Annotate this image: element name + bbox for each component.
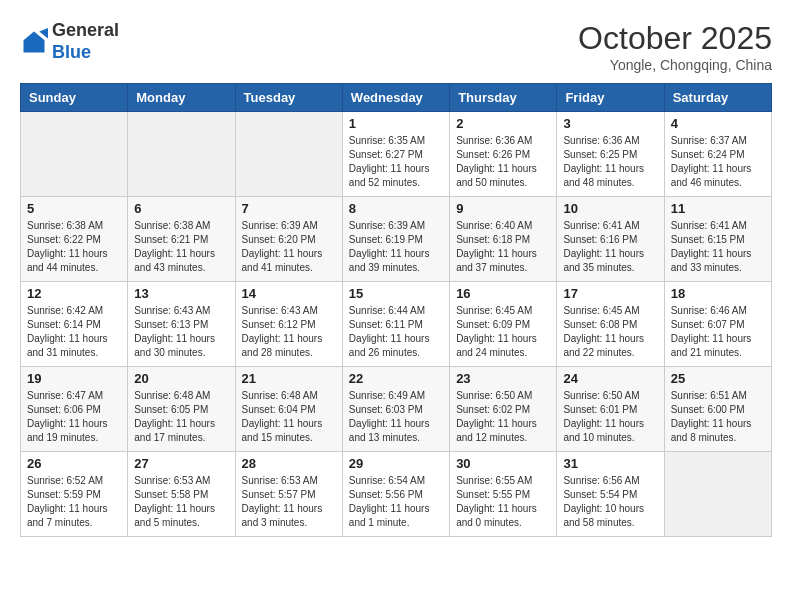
- day-number: 25: [671, 371, 765, 386]
- day-number: 7: [242, 201, 336, 216]
- calendar-cell: [128, 112, 235, 197]
- cell-info: Sunrise: 6:56 AM Sunset: 5:54 PM Dayligh…: [563, 474, 657, 530]
- cell-info: Sunrise: 6:47 AM Sunset: 6:06 PM Dayligh…: [27, 389, 121, 445]
- day-number: 13: [134, 286, 228, 301]
- week-row-2: 5Sunrise: 6:38 AM Sunset: 6:22 PM Daylig…: [21, 197, 772, 282]
- calendar-cell: 2Sunrise: 6:36 AM Sunset: 6:26 PM Daylig…: [450, 112, 557, 197]
- week-row-3: 12Sunrise: 6:42 AM Sunset: 6:14 PM Dayli…: [21, 282, 772, 367]
- day-number: 17: [563, 286, 657, 301]
- day-header-sunday: Sunday: [21, 84, 128, 112]
- calendar-cell: 13Sunrise: 6:43 AM Sunset: 6:13 PM Dayli…: [128, 282, 235, 367]
- calendar-cell: 20Sunrise: 6:48 AM Sunset: 6:05 PM Dayli…: [128, 367, 235, 452]
- logo-icon: [20, 28, 48, 56]
- day-number: 29: [349, 456, 443, 471]
- calendar-cell: 8Sunrise: 6:39 AM Sunset: 6:19 PM Daylig…: [342, 197, 449, 282]
- day-number: 2: [456, 116, 550, 131]
- cell-info: Sunrise: 6:48 AM Sunset: 6:05 PM Dayligh…: [134, 389, 228, 445]
- calendar-cell: 12Sunrise: 6:42 AM Sunset: 6:14 PM Dayli…: [21, 282, 128, 367]
- location: Yongle, Chongqing, China: [578, 57, 772, 73]
- calendar-cell: [664, 452, 771, 537]
- calendar-cell: 6Sunrise: 6:38 AM Sunset: 6:21 PM Daylig…: [128, 197, 235, 282]
- calendar-cell: 3Sunrise: 6:36 AM Sunset: 6:25 PM Daylig…: [557, 112, 664, 197]
- cell-info: Sunrise: 6:46 AM Sunset: 6:07 PM Dayligh…: [671, 304, 765, 360]
- cell-info: Sunrise: 6:43 AM Sunset: 6:13 PM Dayligh…: [134, 304, 228, 360]
- cell-info: Sunrise: 6:48 AM Sunset: 6:04 PM Dayligh…: [242, 389, 336, 445]
- logo-text: General Blue: [52, 20, 119, 63]
- day-number: 12: [27, 286, 121, 301]
- svg-marker-0: [24, 31, 45, 52]
- calendar-cell: 29Sunrise: 6:54 AM Sunset: 5:56 PM Dayli…: [342, 452, 449, 537]
- cell-info: Sunrise: 6:42 AM Sunset: 6:14 PM Dayligh…: [27, 304, 121, 360]
- calendar-cell: 11Sunrise: 6:41 AM Sunset: 6:15 PM Dayli…: [664, 197, 771, 282]
- calendar-cell: 24Sunrise: 6:50 AM Sunset: 6:01 PM Dayli…: [557, 367, 664, 452]
- day-number: 10: [563, 201, 657, 216]
- day-number: 8: [349, 201, 443, 216]
- week-row-4: 19Sunrise: 6:47 AM Sunset: 6:06 PM Dayli…: [21, 367, 772, 452]
- cell-info: Sunrise: 6:45 AM Sunset: 6:08 PM Dayligh…: [563, 304, 657, 360]
- calendar-cell: 19Sunrise: 6:47 AM Sunset: 6:06 PM Dayli…: [21, 367, 128, 452]
- cell-info: Sunrise: 6:50 AM Sunset: 6:02 PM Dayligh…: [456, 389, 550, 445]
- calendar-cell: 23Sunrise: 6:50 AM Sunset: 6:02 PM Dayli…: [450, 367, 557, 452]
- month-title: October 2025: [578, 20, 772, 57]
- day-number: 20: [134, 371, 228, 386]
- day-number: 3: [563, 116, 657, 131]
- logo-general: General: [52, 20, 119, 40]
- day-number: 9: [456, 201, 550, 216]
- cell-info: Sunrise: 6:54 AM Sunset: 5:56 PM Dayligh…: [349, 474, 443, 530]
- cell-info: Sunrise: 6:38 AM Sunset: 6:22 PM Dayligh…: [27, 219, 121, 275]
- calendar-cell: 22Sunrise: 6:49 AM Sunset: 6:03 PM Dayli…: [342, 367, 449, 452]
- calendar-cell: [235, 112, 342, 197]
- calendar-cell: 4Sunrise: 6:37 AM Sunset: 6:24 PM Daylig…: [664, 112, 771, 197]
- calendar-cell: 31Sunrise: 6:56 AM Sunset: 5:54 PM Dayli…: [557, 452, 664, 537]
- cell-info: Sunrise: 6:43 AM Sunset: 6:12 PM Dayligh…: [242, 304, 336, 360]
- day-number: 22: [349, 371, 443, 386]
- week-row-5: 26Sunrise: 6:52 AM Sunset: 5:59 PM Dayli…: [21, 452, 772, 537]
- calendar-cell: 9Sunrise: 6:40 AM Sunset: 6:18 PM Daylig…: [450, 197, 557, 282]
- cell-info: Sunrise: 6:36 AM Sunset: 6:26 PM Dayligh…: [456, 134, 550, 190]
- cell-info: Sunrise: 6:53 AM Sunset: 5:58 PM Dayligh…: [134, 474, 228, 530]
- day-number: 26: [27, 456, 121, 471]
- svg-marker-1: [39, 28, 48, 39]
- calendar-cell: 1Sunrise: 6:35 AM Sunset: 6:27 PM Daylig…: [342, 112, 449, 197]
- day-number: 11: [671, 201, 765, 216]
- calendar-cell: 5Sunrise: 6:38 AM Sunset: 6:22 PM Daylig…: [21, 197, 128, 282]
- week-row-1: 1Sunrise: 6:35 AM Sunset: 6:27 PM Daylig…: [21, 112, 772, 197]
- day-number: 23: [456, 371, 550, 386]
- calendar-cell: 14Sunrise: 6:43 AM Sunset: 6:12 PM Dayli…: [235, 282, 342, 367]
- calendar-cell: 25Sunrise: 6:51 AM Sunset: 6:00 PM Dayli…: [664, 367, 771, 452]
- cell-info: Sunrise: 6:44 AM Sunset: 6:11 PM Dayligh…: [349, 304, 443, 360]
- cell-info: Sunrise: 6:55 AM Sunset: 5:55 PM Dayligh…: [456, 474, 550, 530]
- cell-info: Sunrise: 6:41 AM Sunset: 6:16 PM Dayligh…: [563, 219, 657, 275]
- cell-info: Sunrise: 6:40 AM Sunset: 6:18 PM Dayligh…: [456, 219, 550, 275]
- cell-info: Sunrise: 6:38 AM Sunset: 6:21 PM Dayligh…: [134, 219, 228, 275]
- day-header-monday: Monday: [128, 84, 235, 112]
- calendar-cell: 30Sunrise: 6:55 AM Sunset: 5:55 PM Dayli…: [450, 452, 557, 537]
- cell-info: Sunrise: 6:49 AM Sunset: 6:03 PM Dayligh…: [349, 389, 443, 445]
- calendar-table: SundayMondayTuesdayWednesdayThursdayFrid…: [20, 83, 772, 537]
- day-header-friday: Friday: [557, 84, 664, 112]
- day-number: 27: [134, 456, 228, 471]
- day-number: 30: [456, 456, 550, 471]
- logo-blue: Blue: [52, 42, 91, 62]
- day-number: 15: [349, 286, 443, 301]
- calendar-cell: [21, 112, 128, 197]
- cell-info: Sunrise: 6:45 AM Sunset: 6:09 PM Dayligh…: [456, 304, 550, 360]
- calendar-cell: 28Sunrise: 6:53 AM Sunset: 5:57 PM Dayli…: [235, 452, 342, 537]
- day-number: 16: [456, 286, 550, 301]
- cell-info: Sunrise: 6:39 AM Sunset: 6:19 PM Dayligh…: [349, 219, 443, 275]
- cell-info: Sunrise: 6:41 AM Sunset: 6:15 PM Dayligh…: [671, 219, 765, 275]
- calendar-cell: 17Sunrise: 6:45 AM Sunset: 6:08 PM Dayli…: [557, 282, 664, 367]
- day-number: 24: [563, 371, 657, 386]
- calendar-cell: 18Sunrise: 6:46 AM Sunset: 6:07 PM Dayli…: [664, 282, 771, 367]
- day-number: 5: [27, 201, 121, 216]
- calendar-cell: 15Sunrise: 6:44 AM Sunset: 6:11 PM Dayli…: [342, 282, 449, 367]
- day-number: 18: [671, 286, 765, 301]
- calendar-cell: 27Sunrise: 6:53 AM Sunset: 5:58 PM Dayli…: [128, 452, 235, 537]
- day-number: 31: [563, 456, 657, 471]
- cell-info: Sunrise: 6:52 AM Sunset: 5:59 PM Dayligh…: [27, 474, 121, 530]
- day-number: 19: [27, 371, 121, 386]
- calendar-cell: 26Sunrise: 6:52 AM Sunset: 5:59 PM Dayli…: [21, 452, 128, 537]
- cell-info: Sunrise: 6:51 AM Sunset: 6:00 PM Dayligh…: [671, 389, 765, 445]
- day-number: 21: [242, 371, 336, 386]
- title-block: October 2025 Yongle, Chongqing, China: [578, 20, 772, 73]
